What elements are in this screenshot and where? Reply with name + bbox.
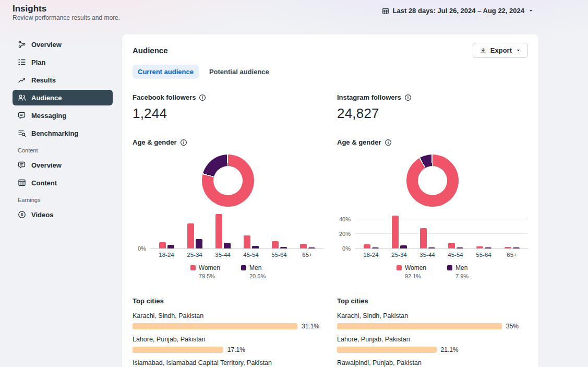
overview-icon [18, 40, 26, 49]
women-bar [187, 223, 194, 248]
columns: Facebook followers 1,244 Age & gender 0%… [133, 93, 528, 367]
tab-potential-audience[interactable]: Potential audience [204, 65, 274, 79]
bar-chart-plot [355, 212, 528, 248]
city-name: Karachi, Sindh, Pakistan [133, 312, 323, 319]
followers-count: 24,827 [337, 105, 528, 122]
audience-card: Audience Export Current audience Potenti… [122, 34, 538, 367]
women-bar [364, 244, 370, 248]
age-group-55-64 [470, 212, 498, 248]
tab-current-audience[interactable]: Current audience [133, 65, 199, 79]
city-row: Islamabad, Islamabad Capital Territory, … [133, 359, 323, 367]
sidebar-item-results[interactable]: Results [13, 72, 113, 88]
men-bar [167, 245, 174, 248]
men-bar [485, 247, 491, 248]
sidebar-item-overview[interactable]: Overview [13, 37, 113, 52]
legend-women: Women 92.1% [397, 264, 426, 279]
export-button[interactable]: Export [473, 43, 528, 58]
top-cities-title: Top cities [337, 297, 528, 305]
x-tick-label: 18-24 [357, 252, 385, 258]
info-icon[interactable] [199, 94, 206, 101]
age-group-18-24 [357, 212, 385, 248]
sidebar-section-label: Content [18, 147, 113, 153]
donut-hole [418, 166, 447, 195]
top-cities-title: Top cities [133, 297, 323, 305]
women-bar [448, 243, 455, 248]
chat-bubble-icon [18, 111, 26, 120]
men-bar [308, 247, 315, 248]
men-bar [428, 247, 435, 248]
x-tick-label: 35-44 [413, 252, 441, 258]
y-axis: 0%20%40% [337, 212, 355, 248]
city-name: Lahore, Punjab, Pakistan [133, 336, 323, 343]
age-group-65+ [498, 212, 526, 248]
age-gender-bar-chart: 0%18-2425-3435-4445-5455-6465+ [133, 212, 323, 258]
chart-legend: Women 79.5% Men 20.5% [133, 264, 323, 279]
age-group-18-24 [152, 212, 181, 248]
x-tick-label: 25-34 [181, 252, 209, 258]
benchmarking-icon [18, 129, 26, 137]
city-row: Karachi, Sindh, Pakistan35% [337, 312, 528, 330]
age-gender-label: Age & gender [337, 138, 381, 146]
city-name: Karachi, Sindh, Pakistan [337, 312, 528, 319]
women-bar [215, 214, 222, 248]
table-icon [18, 179, 26, 187]
x-axis-labels: 18-2425-3435-4445-5455-6465+ [150, 252, 323, 258]
audience-icon [18, 93, 26, 102]
women-bar [300, 244, 307, 248]
instagram-column: Instagram followers 24,827 Age & gender … [337, 93, 528, 367]
sidebar-item-label: Results [31, 76, 56, 84]
export-label: Export [490, 46, 512, 54]
download-icon [479, 47, 487, 54]
top-cities-chart: Karachi, Sindh, Pakistan31.1%Lahore, Pun… [133, 312, 323, 367]
legend-men: Men 7.9% [447, 264, 469, 279]
age-gender-label: Age & gender [133, 138, 177, 146]
followers-label: Facebook followers [133, 93, 196, 101]
sidebar-item-overview[interactable]: Overview [13, 157, 113, 173]
men-bar [252, 246, 259, 248]
women-bar [505, 247, 511, 248]
info-icon[interactable] [385, 139, 392, 146]
results-icon [18, 76, 26, 84]
women-bar [420, 228, 427, 248]
men-bar [457, 247, 463, 248]
x-tick-label: 55-64 [470, 252, 498, 258]
sidebar-item-benchmarking[interactable]: Benchmarking [13, 125, 113, 141]
donut-hole [213, 166, 243, 195]
card-title: Audience [133, 46, 168, 55]
age-gender-bar-chart: 0%20%40%18-2425-3435-4445-5455-6465+ [337, 212, 528, 258]
city-name: Rawalpindi, Punjab, Pakistan [337, 359, 528, 366]
city-row: Lahore, Punjab, Pakistan17.1% [133, 336, 323, 353]
y-tick-label: 20% [339, 231, 351, 237]
y-axis: 0% [133, 212, 150, 248]
sidebar-item-audience[interactable]: Audience [13, 90, 113, 105]
age-group-25-34 [181, 212, 209, 248]
sidebar-item-videos[interactable]: $Videos [13, 207, 113, 222]
x-axis-labels: 18-2425-3435-4445-5455-6465+ [355, 252, 528, 258]
sidebar: OverviewPlanResultsAudienceMessagingBenc… [13, 37, 113, 224]
donut [406, 155, 459, 207]
x-tick-label: 65+ [498, 252, 526, 258]
info-icon[interactable] [404, 94, 412, 101]
men-bar [372, 247, 379, 248]
audience-tabs: Current audience Potential audience [133, 65, 528, 79]
svg-text:$: $ [21, 212, 23, 217]
caret-down-icon [515, 48, 521, 53]
info-icon[interactable] [180, 139, 187, 146]
sidebar-item-label: Benchmarking [31, 129, 78, 137]
x-tick-label: 45-54 [441, 252, 470, 258]
gender-donut-chart [337, 155, 528, 207]
sidebar-item-messaging[interactable]: Messaging [13, 108, 113, 123]
men-bar [280, 247, 287, 248]
caret-down-icon [528, 8, 534, 14]
x-tick-label: 18-24 [152, 252, 181, 258]
sidebar-item-content[interactable]: Content [13, 175, 113, 191]
city-name: Islamabad, Islamabad Capital Territory, … [133, 359, 323, 366]
men-bar [224, 243, 231, 248]
age-group-35-44 [413, 212, 441, 248]
city-value: 17.1% [227, 346, 245, 353]
legend-men: Men 20.5% [241, 264, 266, 279]
sidebar-item-plan[interactable]: Plan [13, 54, 113, 70]
date-range-picker[interactable]: Last 28 days: Jul 26, 2024 – Aug 22, 202… [382, 7, 534, 15]
followers-count: 1,244 [133, 105, 323, 122]
calendar-icon [382, 7, 389, 15]
